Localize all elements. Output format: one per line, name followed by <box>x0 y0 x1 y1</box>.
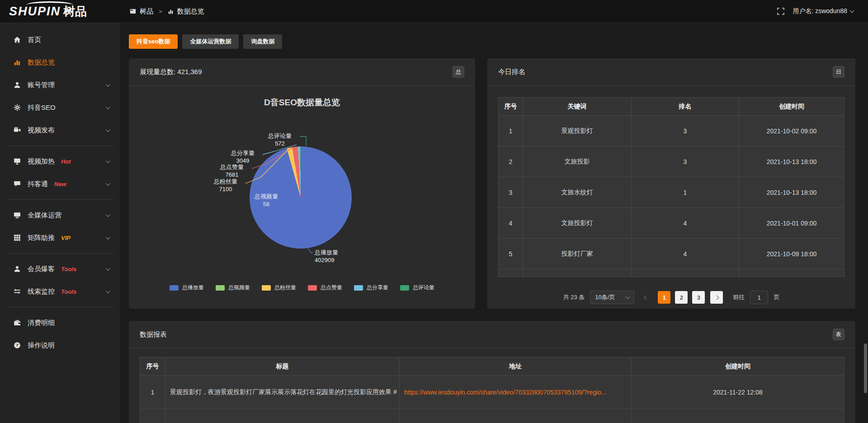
table-row: 2文旅投影32021-10-13 18:00 <box>499 146 844 177</box>
tab-0[interactable]: 抖音seo数据 <box>129 34 178 49</box>
topbar: SHUPIN 树品 树品 > 数据总览 用户名: zswodun88 <box>0 0 868 23</box>
pie-label-videos: 总视频量58 <box>247 193 285 208</box>
sidebar-item-label: 视频加热 <box>28 157 55 166</box>
legend-item[interactable]: 总播放量 <box>170 284 204 291</box>
grid-icon <box>14 234 21 241</box>
chevron-down-icon <box>106 82 110 87</box>
pie-label-fans: 总粉丝量7100 <box>207 178 245 193</box>
sidebar-item-1[interactable]: 数据总览 <box>0 51 120 74</box>
sidebar-item-7[interactable]: 抖客通New <box>0 173 120 195</box>
goto-page-input[interactable] <box>750 291 768 304</box>
table-cell: 4 <box>632 208 739 239</box>
sidebar-divider <box>6 199 113 200</box>
next-page-button[interactable] <box>710 291 723 304</box>
tab-1[interactable]: 全媒体运营数据 <box>182 34 239 49</box>
table-header-row: 序号 标题 地址 创建时间 <box>140 357 844 376</box>
pagination-total: 共 23 条 <box>563 293 585 301</box>
table-cell <box>400 409 632 423</box>
sidebar-item-12[interactable]: 会员爆客Tools <box>0 258 120 280</box>
page-size-select[interactable]: 10条/页 <box>590 291 634 304</box>
sidebar-badge: New <box>54 181 66 188</box>
legend-label: 总粉丝量 <box>274 284 296 291</box>
table-cell <box>632 269 739 277</box>
pagination: 共 23 条 10条/页 123 前往 页 <box>498 291 844 304</box>
table-cell: 2 <box>499 146 523 177</box>
legend-swatch <box>216 285 225 291</box>
chart-bars-icon <box>14 59 21 66</box>
sidebar-item-9[interactable]: 全媒体运营 <box>0 204 120 226</box>
sidebar-item-0[interactable]: 首页 <box>0 28 120 51</box>
legend-item[interactable]: 总点赞量 <box>308 284 342 291</box>
svg-text:?: ? <box>16 343 19 348</box>
table-cell: 文旅投影灯 <box>523 208 632 239</box>
sidebar-item-3[interactable]: 抖音SEO <box>0 96 120 119</box>
table-link[interactable]: https://www.iesdouyin.com/share/video/70… <box>400 376 632 409</box>
table-cell <box>165 409 400 423</box>
legend-item[interactable]: 总分享量 <box>354 284 388 291</box>
table-cell <box>632 409 844 423</box>
table-row: 1景观投影灯32021-10-02 09:00 <box>499 116 844 146</box>
sidebar-item-label: 账号管理 <box>28 81 55 89</box>
user-menu[interactable]: 用户名: zswodun88 <box>793 7 854 15</box>
table-view-button[interactable]: 表 <box>833 329 844 340</box>
breadcrumb-root[interactable]: 树品 <box>140 7 153 16</box>
gear-icon <box>14 104 21 111</box>
chevron-down-icon <box>850 9 854 13</box>
sidebar-badge: Tools <box>61 288 76 295</box>
table-row: 1景观投影灯，夜游景观投影灯厂家展示展示落花灯在花园里的灯光投影应用效果 #ht… <box>140 376 844 409</box>
report-card-title: 数据报表 <box>140 330 167 339</box>
sidebar-badge: Tools <box>61 266 76 273</box>
sidebar-item-16[interactable]: ?操作说明 <box>0 334 120 357</box>
page-scrollbar[interactable] <box>864 343 867 393</box>
table-header-row: 序号 关键词 排名 创建时间 <box>499 98 844 116</box>
video-camera-icon <box>14 127 21 134</box>
username-label: 用户名: zswodun88 <box>793 7 847 15</box>
sidebar-item-2[interactable]: 账号管理 <box>0 74 120 96</box>
sidebar-item-15[interactable]: 消费明细 <box>0 311 120 334</box>
table-cell: 2021-10-13 18:00 <box>739 146 844 177</box>
column-header: 创建时间 <box>739 98 844 116</box>
wallet-icon <box>14 319 21 326</box>
column-header: 序号 <box>140 357 165 376</box>
legend-swatch <box>170 285 179 291</box>
table-cell: 4 <box>632 239 739 269</box>
sidebar-item-6[interactable]: 视频加热Hot <box>0 150 120 173</box>
tab-2[interactable]: 询盘数据 <box>243 34 282 49</box>
table-row: 3文旅水纹灯12021-10-13 18:00 <box>499 177 844 208</box>
legend-item[interactable]: 总评论量 <box>400 284 434 291</box>
table-cell: 1 <box>499 116 523 146</box>
page-button-3[interactable]: 3 <box>692 291 705 304</box>
sidebar-item-4[interactable]: 视频发布 <box>0 119 120 141</box>
member-icon <box>14 265 21 273</box>
pie-label-shares: 总分享量3049 <box>224 149 262 164</box>
legend-swatch <box>262 285 271 291</box>
legend-item[interactable]: 总视频量 <box>216 284 250 291</box>
table-row: 5投影灯厂家42021-10-09 18:00 <box>499 239 844 269</box>
legend-label: 总评论量 <box>413 284 434 291</box>
fullscreen-icon[interactable] <box>777 8 784 15</box>
table-cell: 投影灯厂家 <box>523 239 632 269</box>
column-header: 序号 <box>499 98 523 116</box>
day-view-button[interactable]: 日 <box>833 66 844 78</box>
sidebar-item-label: 抖音SEO <box>28 103 56 112</box>
page-button-1[interactable]: 1 <box>658 291 670 304</box>
pie-label-comments: 总评论量572 <box>261 132 299 147</box>
chevron-down-icon <box>626 295 630 299</box>
sidebar-item-label: 矩阵助推 <box>28 234 55 242</box>
overview-chart-card: 展现量总数: 421,369 总 D音SEO数据量总览 总评论量572 总分享量… <box>129 58 475 309</box>
breadcrumb-current[interactable]: 数据总览 <box>177 7 204 16</box>
page-button-2[interactable]: 2 <box>675 291 688 304</box>
app-window-icon <box>130 8 136 14</box>
table-cell <box>739 269 844 277</box>
legend-item[interactable]: 总粉丝量 <box>262 284 296 291</box>
sidebar-item-label: 数据总览 <box>28 58 55 67</box>
table-cell: 2021-10-01 09:00 <box>739 208 844 239</box>
prev-page-button[interactable] <box>640 291 652 304</box>
table-cell: 景观投影灯，夜游景观投影灯厂家展示展示落花灯在花园里的灯光投影应用效果 # <box>165 376 400 409</box>
sidebar-item-13[interactable]: 线索监控Tools <box>0 280 120 303</box>
column-header: 创建时间 <box>632 357 844 376</box>
chevron-down-icon <box>106 159 110 163</box>
total-view-button[interactable]: 总 <box>453 66 464 78</box>
sidebar-item-10[interactable]: 矩阵助推VIP <box>0 226 120 249</box>
sidebar-divider <box>6 253 113 254</box>
